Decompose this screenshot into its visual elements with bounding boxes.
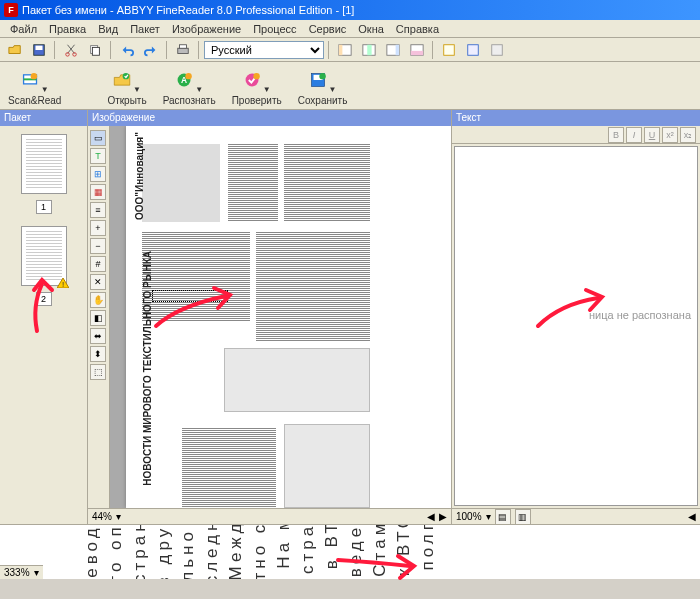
tool-text-block-icon[interactable]: T bbox=[90, 148, 106, 164]
svg-rect-11 bbox=[367, 44, 371, 55]
titlebar: F Пакет без имени - ABBYY FineReader 8.0… bbox=[0, 0, 700, 20]
tool-delete-icon[interactable]: ✕ bbox=[90, 274, 106, 290]
text-zoom-value: 100% bbox=[456, 511, 482, 522]
titlebar-text: Пакет без имени - ABBYY FineReader 8.0 P… bbox=[22, 4, 354, 16]
scroll-right-icon[interactable]: ▶ bbox=[439, 511, 447, 522]
image-zoom-value: 44% bbox=[92, 511, 112, 522]
menu-process[interactable]: Процесс bbox=[247, 23, 302, 35]
svg-rect-16 bbox=[444, 44, 455, 55]
redo-icon[interactable] bbox=[140, 40, 162, 60]
tool-table-icon[interactable]: ⊞ bbox=[90, 166, 106, 182]
menu-file[interactable]: Файл bbox=[4, 23, 43, 35]
save-icon[interactable] bbox=[28, 40, 50, 60]
sub-icon[interactable]: x₂ bbox=[680, 127, 696, 143]
menu-image[interactable]: Изображение bbox=[166, 23, 247, 35]
menu-batch[interactable]: Пакет bbox=[124, 23, 166, 35]
zoom-dropdown-icon[interactable]: ▾ bbox=[34, 567, 39, 578]
svg-point-24 bbox=[185, 72, 191, 78]
menu-help[interactable]: Справка bbox=[390, 23, 445, 35]
panel-batch-header: Пакет bbox=[0, 110, 87, 126]
tool-add-icon[interactable]: + bbox=[90, 220, 106, 236]
recognize-button[interactable]: A▼ Распознать bbox=[163, 66, 216, 106]
panel-image-header: Изображение bbox=[88, 110, 451, 126]
underline-icon[interactable]: U bbox=[644, 127, 660, 143]
svg-rect-17 bbox=[468, 44, 479, 55]
separator bbox=[166, 41, 168, 59]
svg-text:!: ! bbox=[61, 280, 63, 288]
check-button[interactable]: ▼ Проверить bbox=[232, 66, 282, 106]
text-status: 100% ▾ ▤ ▥ ◀ bbox=[452, 508, 700, 524]
layout1-icon[interactable] bbox=[334, 40, 356, 60]
language-select[interactable]: Русский bbox=[204, 41, 324, 59]
main-area: Пакет 1 ! 2 Изображение ▭ T ⊞ ▦ ≡ + − # … bbox=[0, 110, 700, 524]
tool-split-h-icon[interactable]: ⬌ bbox=[90, 328, 106, 344]
svg-point-29 bbox=[319, 72, 325, 78]
recognize-label: Распознать bbox=[163, 95, 216, 106]
copy-icon[interactable] bbox=[84, 40, 106, 60]
thumb-2-number: 2 bbox=[36, 292, 52, 306]
thumb-2[interactable]: ! bbox=[21, 226, 67, 286]
super-icon[interactable]: x² bbox=[662, 127, 678, 143]
scroll-left-icon[interactable]: ◀ bbox=[688, 511, 696, 522]
scan-read-label: Scan&Read bbox=[8, 95, 61, 106]
svg-rect-9 bbox=[339, 44, 343, 55]
zoom-dropdown-icon[interactable]: ▾ bbox=[116, 511, 121, 522]
print-icon[interactable] bbox=[172, 40, 194, 60]
undo-icon[interactable] bbox=[116, 40, 138, 60]
svg-point-20 bbox=[30, 72, 36, 78]
scan-read-button[interactable]: ▼ Scan&Read bbox=[8, 66, 61, 106]
save-big-button[interactable]: ▼ Сохранить bbox=[298, 66, 348, 106]
zoom-dropdown-icon[interactable]: ▾ bbox=[486, 511, 491, 522]
tool-pointer-icon[interactable]: ▭ bbox=[90, 130, 106, 146]
document-page: ООО"Инновация" НОВОСТИ МИРОВОГО ТЕКСТИЛЬ… bbox=[126, 126, 451, 508]
svg-rect-5 bbox=[92, 47, 99, 55]
open-label: Открыть bbox=[107, 95, 146, 106]
misc1-icon[interactable] bbox=[438, 40, 460, 60]
doc-heading: НОВОСТИ МИРОВОГО ТЕКСТИЛЬНОГО РЫНКА bbox=[142, 251, 154, 486]
open-icon[interactable] bbox=[4, 40, 26, 60]
toolbar-standard: Русский bbox=[0, 38, 700, 62]
italic-icon[interactable]: I bbox=[626, 127, 642, 143]
save-big-label: Сохранить bbox=[298, 95, 348, 106]
tool-merge-icon[interactable]: ⬚ bbox=[90, 364, 106, 380]
separator bbox=[54, 41, 56, 59]
misc3-icon[interactable] bbox=[486, 40, 508, 60]
thumb-1-number: 1 bbox=[36, 200, 52, 214]
zoom-strip-value: 333% bbox=[4, 567, 30, 578]
menu-view[interactable]: Вид bbox=[92, 23, 124, 35]
tool-remove-icon[interactable]: − bbox=[90, 238, 106, 254]
panel-text-header: Текст bbox=[452, 110, 700, 126]
menubar: Файл Правка Вид Пакет Изображение Процес… bbox=[0, 20, 700, 38]
svg-point-26 bbox=[253, 72, 259, 78]
selection-marquee bbox=[152, 290, 228, 302]
scroll-left-icon[interactable]: ◀ bbox=[427, 511, 435, 522]
layout2-icon[interactable] bbox=[358, 40, 380, 60]
text-view2-icon[interactable]: ▥ bbox=[515, 509, 531, 525]
cut-icon[interactable] bbox=[60, 40, 82, 60]
svg-point-21 bbox=[123, 72, 129, 78]
thumb-1[interactable] bbox=[21, 134, 67, 194]
image-viewport[interactable]: ООО"Инновация" НОВОСТИ МИРОВОГО ТЕКСТИЛЬ… bbox=[110, 126, 451, 508]
open-button[interactable]: ▼ Открыть bbox=[107, 66, 146, 106]
separator bbox=[328, 41, 330, 59]
text-toolbar: B I U x² x₂ bbox=[452, 126, 700, 144]
bold-icon[interactable]: B bbox=[608, 127, 624, 143]
tool-split-v-icon[interactable]: ⬍ bbox=[90, 346, 106, 362]
image-status: 44% ▾ ◀ ▶ bbox=[88, 508, 451, 524]
tool-barcode-icon[interactable]: ≡ bbox=[90, 202, 106, 218]
separator bbox=[198, 41, 200, 59]
layout4-icon[interactable] bbox=[406, 40, 428, 60]
tool-picture-icon[interactable]: ▦ bbox=[90, 184, 106, 200]
svg-rect-13 bbox=[396, 44, 400, 55]
tool-renumber-icon[interactable]: # bbox=[90, 256, 106, 272]
menu-tools[interactable]: Сервис bbox=[303, 23, 353, 35]
misc2-icon[interactable] bbox=[462, 40, 484, 60]
text-viewport[interactable]: ница не распознана bbox=[454, 146, 698, 506]
tool-eraser-icon[interactable]: ◧ bbox=[90, 310, 106, 326]
text-view1-icon[interactable]: ▤ bbox=[495, 509, 511, 525]
menu-edit[interactable]: Правка bbox=[43, 23, 92, 35]
zoom-strip[interactable]: евода го опы страна в други льно н следн… bbox=[0, 524, 700, 579]
menu-windows[interactable]: Окна bbox=[352, 23, 390, 35]
tool-hand-icon[interactable]: ✋ bbox=[90, 292, 106, 308]
layout3-icon[interactable] bbox=[382, 40, 404, 60]
